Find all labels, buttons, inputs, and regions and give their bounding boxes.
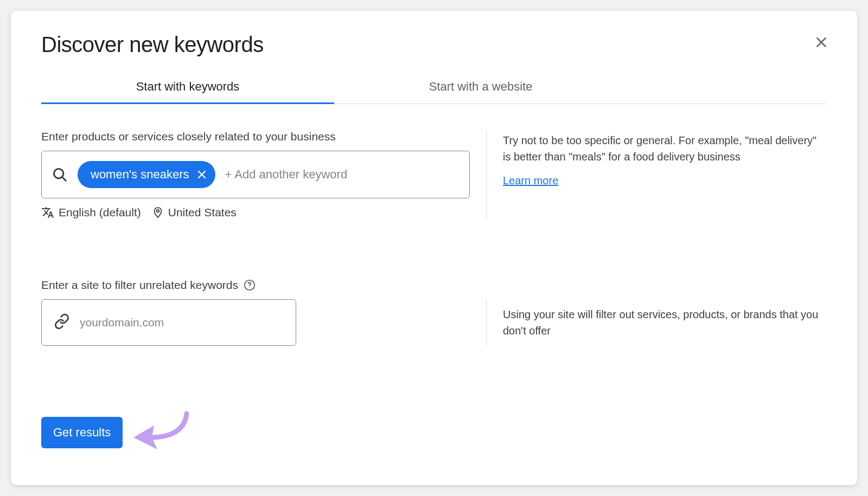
site-left: Enter a site to filter unrelated keyword… xyxy=(41,279,486,346)
close-icon xyxy=(814,35,828,49)
keywords-label: Enter products or services closely relat… xyxy=(41,130,486,143)
site-section: Enter a site to filter unrelated keyword… xyxy=(41,279,827,346)
site-label: Enter a site to filter unrelated keyword… xyxy=(41,279,486,292)
keywords-section: Enter products or services closely relat… xyxy=(41,130,827,219)
locale-row: English (default) United States xyxy=(41,206,486,219)
svg-point-8 xyxy=(249,287,250,288)
keywords-left: Enter products or services closely relat… xyxy=(41,130,486,219)
help-icon[interactable] xyxy=(244,279,256,291)
add-keyword-placeholder[interactable]: + Add another keyword xyxy=(225,168,460,182)
get-results-button[interactable]: Get results xyxy=(41,417,123,448)
tab-start-with-website[interactable]: Start with a website xyxy=(334,70,627,104)
discover-keywords-dialog: Discover new keywords Start with keyword… xyxy=(11,11,857,485)
keyword-chip: women's sneakers xyxy=(78,161,215,188)
location-value: United States xyxy=(168,206,237,219)
language-value: English (default) xyxy=(59,206,141,219)
language-selector[interactable]: English (default) xyxy=(41,206,141,219)
link-icon xyxy=(54,313,70,332)
svg-point-6 xyxy=(156,210,159,212)
tabs: Start with keywords Start with a website xyxy=(41,70,827,104)
location-selector[interactable]: United States xyxy=(152,206,237,219)
location-pin-icon xyxy=(152,207,164,218)
arrow-annotation-icon xyxy=(127,407,197,458)
translate-icon xyxy=(41,206,54,219)
remove-keyword-button[interactable] xyxy=(197,170,207,179)
keyword-chip-label: women's sneakers xyxy=(91,168,189,182)
close-button[interactable] xyxy=(813,34,830,51)
site-input-box[interactable] xyxy=(41,299,296,346)
svg-line-3 xyxy=(62,177,66,181)
close-icon xyxy=(197,170,207,179)
site-help-text: Using your site will filter out services… xyxy=(503,306,827,339)
search-icon xyxy=(52,166,68,183)
keywords-help: Try not to be too specific or general. F… xyxy=(486,130,827,219)
site-input[interactable] xyxy=(80,316,284,329)
keywords-input-box[interactable]: women's sneakers + Add another keyword xyxy=(41,151,470,198)
keywords-help-text: Try not to be too specific or general. F… xyxy=(503,132,827,165)
site-help: Using your site will filter out services… xyxy=(486,299,827,346)
learn-more-link[interactable]: Learn more xyxy=(503,175,558,187)
dialog-title: Discover new keywords xyxy=(41,33,827,57)
action-row: Get results xyxy=(41,407,197,458)
site-label-text: Enter a site to filter unrelated keyword… xyxy=(41,279,238,292)
tab-start-with-keywords[interactable]: Start with keywords xyxy=(41,70,334,104)
